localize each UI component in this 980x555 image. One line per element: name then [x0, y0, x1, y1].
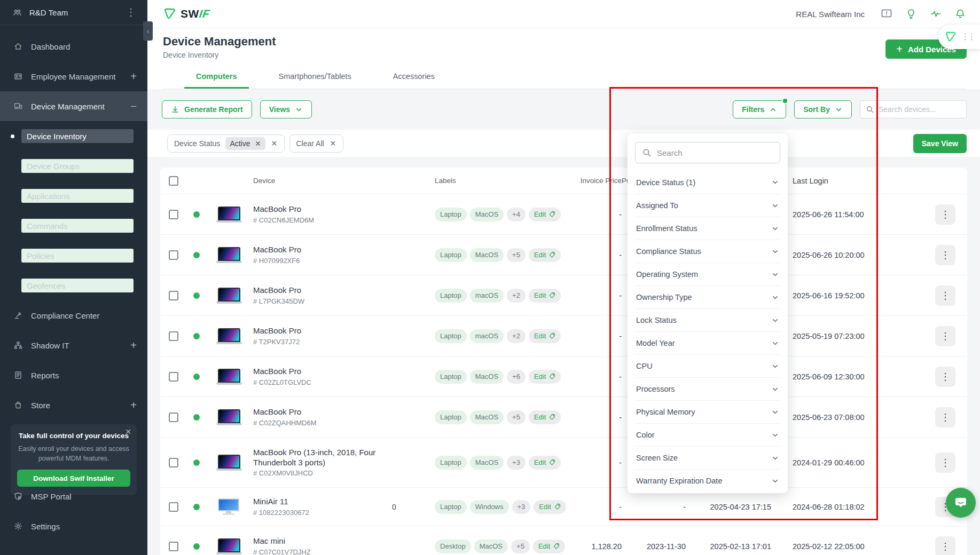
filter-category-warranty-expiration-date[interactable]: Warranty Expiration Date [635, 469, 780, 492]
row-checkbox[interactable] [169, 413, 178, 422]
filter-category-model-year[interactable]: Model Year [635, 331, 780, 354]
more-labels-pill[interactable]: +3 [512, 500, 531, 514]
more-labels-pill[interactable]: +2 [507, 329, 526, 343]
more-labels-pill[interactable]: +2 [507, 289, 526, 303]
tab-accessories[interactable]: Accessories [381, 67, 446, 89]
drag-handle-icon[interactable]: ⋮⋮ [961, 32, 974, 42]
sidebar-subitem-device-groups[interactable]: Device Groups [0, 151, 147, 181]
table-row[interactable]: MacBook Pro# C02ZQAHHMD6MLaptopMacOS+5Ed… [160, 397, 967, 438]
table-row[interactable]: MacBook Pro# C02CN6JEMD6MLaptopMacOS+4Ed… [160, 194, 967, 235]
filter-search-input[interactable] [657, 148, 773, 157]
filter-category-device-status-1-[interactable]: Device Status (1) [635, 171, 780, 194]
swif-logo[interactable]: SWIF [163, 7, 210, 21]
row-checkbox[interactable] [169, 458, 178, 467]
remove-filter-icon[interactable] [271, 140, 278, 147]
filter-category-screen-size[interactable]: Screen Size [635, 446, 780, 469]
edit-labels-button[interactable]: Edit [533, 540, 565, 553]
filter-category-operating-system[interactable]: Operating System [635, 263, 780, 286]
row-actions-kebab[interactable]: ⋮ [935, 536, 955, 555]
table-row[interactable]: MacBook Pro (13-inch, 2018, Four Thunder… [160, 438, 967, 488]
sidebar-item-reports[interactable]: Reports [0, 360, 147, 390]
table-row[interactable]: MacBook Pro# T2PKV37J72LaptopmacOS+2Edit… [160, 316, 967, 356]
more-labels-pill[interactable]: +5 [507, 410, 526, 424]
table-row[interactable]: MacBook Pro# L7PGK345DWLaptopmacOS+2Edit… [160, 275, 967, 316]
sidebar-collapse-button[interactable]: ‹ [143, 21, 153, 41]
chip-filter-value[interactable]: Active [225, 137, 265, 150]
plus-icon[interactable]: + [130, 399, 137, 411]
more-labels-pill[interactable]: +6 [507, 370, 526, 384]
save-view-button[interactable]: Save View [913, 134, 967, 153]
sidebar-item-employee-management[interactable]: Employee Management+ [0, 61, 147, 91]
minus-icon[interactable]: − [130, 100, 137, 113]
row-checkbox[interactable] [169, 291, 178, 300]
feedback-icon[interactable] [881, 8, 892, 20]
row-actions-kebab[interactable]: ⋮ [935, 407, 955, 427]
more-labels-pill[interactable]: +4 [507, 208, 526, 221]
row-actions-kebab[interactable]: ⋮ [935, 367, 955, 387]
row-checkbox[interactable] [169, 372, 178, 382]
clear-all-chip[interactable]: Clear All [289, 134, 343, 153]
device-search-input[interactable] [879, 105, 961, 114]
lightbulb-icon[interactable] [905, 8, 917, 20]
device-status-filter-chip[interactable]: Device Status Active [167, 134, 285, 153]
remove-value-icon[interactable] [255, 140, 261, 147]
tab-computers[interactable]: Computers [184, 67, 249, 89]
sidebar-item-compliance-center[interactable]: Compliance Center [0, 300, 147, 330]
more-labels-pill[interactable]: +5 [511, 540, 530, 553]
sidebar-subitem-commands[interactable]: Commands [0, 211, 147, 241]
sidebar-item-settings[interactable]: Settings [0, 511, 147, 541]
edit-labels-button[interactable]: Edit [529, 410, 561, 424]
edit-labels-button[interactable]: Edit [529, 289, 561, 303]
filter-category-physical-memory[interactable]: Physical Memory [635, 400, 780, 423]
table-row[interactable]: Mac mini# C07C01V7DJHZDesktopMacOS+5Edit… [160, 526, 967, 555]
table-row[interactable]: MacBook Pro# C02ZL0TGLVDCLaptopMacOS+6Ed… [160, 356, 967, 397]
browser-extension-pill[interactable]: ⋮⋮ [938, 25, 980, 49]
filter-category-processors[interactable]: Processors [635, 377, 780, 400]
team-switcher[interactable]: R&D Team ⋮ [0, 0, 147, 25]
plus-icon[interactable]: + [130, 339, 137, 352]
chat-launcher-button[interactable] [946, 488, 976, 518]
row-actions-kebab[interactable]: ⋮ [935, 286, 955, 306]
sidebar-item-store[interactable]: Store+ [0, 390, 147, 420]
filter-category-color[interactable]: Color [635, 423, 780, 446]
filter-category-lock-status[interactable]: Lock Status [635, 308, 780, 331]
sidebar-item-device-management[interactable]: Device Management− [0, 91, 147, 121]
generate-report-button[interactable]: Generate Report [162, 100, 252, 118]
promo-close-icon[interactable]: ✕ [125, 427, 131, 436]
sidebar-subitem-policies[interactable]: Policies [0, 241, 147, 271]
row-checkbox[interactable] [169, 250, 178, 260]
row-checkbox[interactable] [169, 502, 178, 512]
filter-category-cpu[interactable]: CPU [635, 354, 780, 377]
more-labels-pill[interactable]: +5 [507, 248, 526, 262]
notifications-bell-icon[interactable] [954, 8, 966, 20]
row-actions-kebab[interactable]: ⋮ [935, 245, 955, 265]
plus-icon[interactable]: + [130, 70, 137, 83]
row-checkbox[interactable] [169, 331, 178, 341]
views-button[interactable]: Views [260, 100, 312, 118]
row-actions-kebab[interactable]: ⋮ [935, 326, 955, 346]
row-checkbox[interactable] [169, 210, 178, 219]
tab-smartphones-tablets[interactable]: Smartphones/Tablets [267, 67, 363, 89]
sidebar-subitem-geofences[interactable]: Geofences [0, 271, 147, 300]
team-menu-icon[interactable]: ⋮ [124, 6, 138, 18]
row-actions-kebab[interactable]: ⋮ [935, 453, 955, 473]
edit-labels-button[interactable]: Edit [529, 248, 561, 262]
edit-labels-button[interactable]: Edit [529, 456, 561, 470]
activity-icon[interactable] [930, 8, 942, 20]
edit-labels-button[interactable]: Edit [529, 208, 561, 221]
sidebar-subitem-applications[interactable]: Applications [0, 181, 147, 211]
edit-labels-button[interactable]: Edit [529, 329, 561, 343]
filter-category-assigned-to[interactable]: Assigned To [635, 194, 780, 217]
filter-category-ownership-type[interactable]: Ownership Type [635, 286, 780, 308]
edit-labels-button[interactable]: Edit [534, 500, 566, 514]
more-labels-pill[interactable]: +3 [507, 456, 526, 470]
sidebar-item-dashboard[interactable]: Dashboard [0, 31, 147, 61]
sidebar-item-shadow-it[interactable]: Shadow IT+ [0, 330, 147, 360]
row-actions-kebab[interactable]: ⋮ [935, 204, 955, 225]
sidebar-item-msp-portal[interactable]: MSP Portal [0, 481, 147, 511]
select-all-checkbox[interactable] [169, 176, 178, 186]
edit-labels-button[interactable]: Edit [529, 370, 561, 384]
table-row[interactable]: MacBook Pro# H070992XF6LaptopMacOS+5Edit… [160, 235, 967, 275]
sort-by-button[interactable]: Sort By [794, 100, 852, 118]
filter-category-compliance-status[interactable]: Compliance Status [635, 240, 780, 263]
